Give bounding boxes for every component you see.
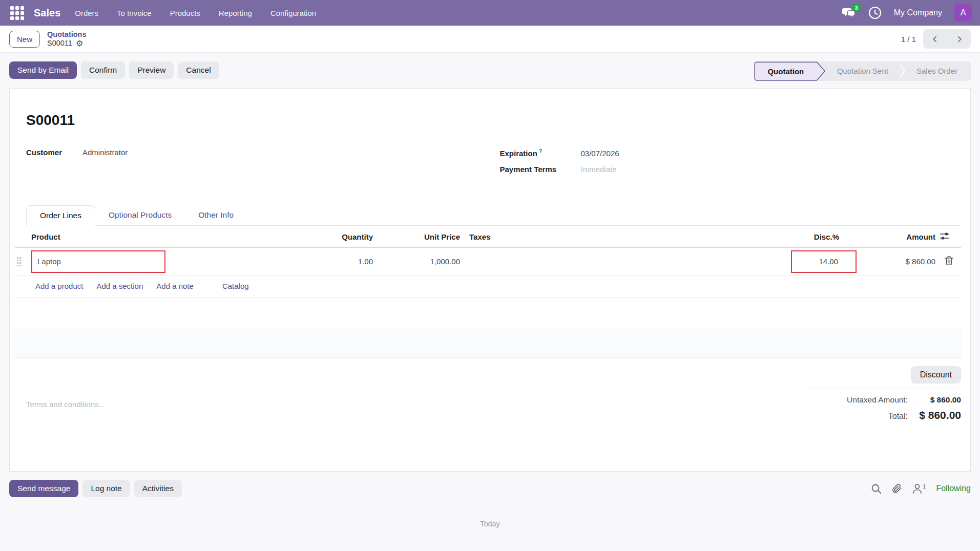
statusbar: Quotation Quotation Sent Sales Order bbox=[754, 61, 971, 81]
control-panel: New Quotations S00011 ⚙ 1 / 1 bbox=[0, 26, 980, 53]
navbar-systray: 3 My Company A bbox=[842, 4, 972, 22]
field-groups: Customer Administrator Expiration? 03/07… bbox=[26, 148, 961, 181]
log-note-button[interactable]: Log note bbox=[82, 480, 130, 497]
form-sheet: S00011 Customer Administrator Expiration… bbox=[9, 88, 971, 472]
record-pager: 1 / 1 bbox=[901, 29, 971, 49]
order-line-row: Laptop 1.00 1,000.00 14.00 $ 860.00 bbox=[15, 248, 961, 276]
send-by-email-button[interactable]: Send by Email bbox=[9, 61, 77, 79]
order-lines-footer-links: Add a product Add a section Add a note C… bbox=[15, 276, 961, 298]
col-header-discount[interactable]: Disc.% bbox=[789, 226, 859, 248]
taxes-cell[interactable] bbox=[462, 248, 789, 276]
untaxed-amount-value: $ 860.00 bbox=[917, 395, 961, 405]
nav-item-to-invoice[interactable]: To Invoice bbox=[117, 9, 152, 17]
delete-line-button[interactable] bbox=[944, 255, 954, 268]
new-button[interactable]: New bbox=[9, 31, 40, 48]
total-value: $ 860.00 bbox=[917, 409, 961, 421]
messages-button[interactable]: 3 bbox=[842, 7, 856, 19]
breadcrumb-current-record: S00011 bbox=[47, 39, 72, 48]
messages-count-badge: 3 bbox=[852, 3, 861, 12]
user-avatar[interactable]: A bbox=[954, 4, 972, 22]
pager-previous-button[interactable] bbox=[923, 29, 947, 49]
col-header-quantity[interactable]: Quantity bbox=[316, 226, 375, 248]
following-toggle[interactable]: Following bbox=[936, 484, 971, 493]
tab-other-info[interactable]: Other Info bbox=[185, 205, 247, 225]
optional-columns-button[interactable] bbox=[939, 231, 951, 243]
statusbar-step-quotation[interactable]: Quotation bbox=[754, 61, 826, 81]
expiration-label: Expiration bbox=[500, 149, 537, 158]
add-a-note-link[interactable]: Add a note bbox=[156, 282, 194, 290]
chatter: Send message Log note Activities 1 Follo… bbox=[0, 472, 980, 497]
followers-count: 1 bbox=[923, 483, 926, 490]
customer-field[interactable]: Administrator bbox=[82, 148, 128, 157]
terms-and-conditions-field[interactable]: Terms and conditions... bbox=[26, 400, 105, 409]
discount-cell-highlighted[interactable]: 14.00 bbox=[791, 250, 857, 273]
expiration-field[interactable]: 03/07/2026 bbox=[581, 149, 619, 158]
col-header-unit-price[interactable]: Unit Price bbox=[375, 226, 462, 248]
app-name[interactable]: Sales bbox=[34, 7, 60, 19]
total-label: Total: bbox=[888, 412, 908, 421]
col-header-taxes[interactable]: Taxes bbox=[462, 226, 789, 248]
expiration-help-icon[interactable]: ? bbox=[539, 148, 543, 154]
payment-terms-field[interactable]: Immediate bbox=[581, 165, 617, 174]
payment-terms-label: Payment Terms bbox=[500, 165, 581, 174]
order-lines-header: Product Quantity Unit Price Taxes Disc.%… bbox=[15, 226, 961, 248]
apps-menu-button[interactable] bbox=[8, 4, 26, 22]
drag-handle-icon[interactable] bbox=[17, 257, 27, 266]
status-row: Send by Email Confirm Preview Cancel Quo… bbox=[0, 53, 980, 88]
chevron-left-icon bbox=[932, 36, 939, 43]
search-icon bbox=[871, 483, 882, 494]
confirm-button[interactable]: Confirm bbox=[81, 61, 125, 79]
unit-price-cell[interactable]: 1,000.00 bbox=[375, 248, 462, 276]
statusbar-step-sales-order[interactable]: Sales Order bbox=[905, 61, 969, 81]
quantity-cell[interactable]: 1.00 bbox=[316, 248, 375, 276]
nav-item-reporting[interactable]: Reporting bbox=[219, 9, 252, 17]
preview-button[interactable]: Preview bbox=[129, 61, 174, 79]
col-header-amount[interactable]: Amount bbox=[859, 226, 936, 248]
paperclip-icon bbox=[892, 483, 902, 494]
totals-block: Untaxed Amount: $ 860.00 Total: $ 860.00 bbox=[807, 389, 961, 426]
followers-button[interactable]: 1 bbox=[912, 483, 926, 494]
top-navbar: Sales Orders To Invoice Products Reporti… bbox=[0, 0, 980, 26]
customer-label: Customer bbox=[26, 148, 82, 157]
col-header-product[interactable]: Product bbox=[29, 226, 316, 248]
untaxed-amount-label: Untaxed Amount: bbox=[847, 395, 908, 405]
activities-clock-button[interactable] bbox=[868, 6, 882, 19]
nav-item-products[interactable]: Products bbox=[170, 9, 200, 17]
trash-icon bbox=[945, 256, 953, 265]
catalog-link[interactable]: Catalog bbox=[222, 282, 249, 290]
actions-gear-icon[interactable]: ⚙ bbox=[76, 39, 83, 48]
activities-button[interactable]: Activities bbox=[134, 480, 182, 497]
nav-menu: Orders To Invoice Products Reporting Con… bbox=[75, 9, 316, 17]
nav-item-configuration[interactable]: Configuration bbox=[270, 9, 316, 17]
pager-next-button[interactable] bbox=[947, 29, 971, 49]
apps-grid-icon bbox=[10, 6, 24, 20]
chevron-right-icon bbox=[956, 36, 963, 43]
send-message-button[interactable]: Send message bbox=[9, 480, 78, 497]
search-messages-button[interactable] bbox=[871, 483, 882, 494]
discount-button[interactable]: Discount bbox=[911, 366, 961, 384]
amount-cell: $ 860.00 bbox=[859, 248, 936, 276]
order-lines-list: Product Quantity Unit Price Taxes Disc.%… bbox=[15, 226, 961, 358]
sheet-bottom-zone: Terms and conditions... Untaxed Amount: … bbox=[26, 389, 961, 426]
sliders-icon bbox=[940, 232, 950, 240]
add-a-product-link[interactable]: Add a product bbox=[35, 282, 83, 290]
breadcrumb-quotations-link[interactable]: Quotations bbox=[47, 30, 87, 39]
record-title: S00011 bbox=[26, 112, 961, 129]
pager-count: 1 / 1 bbox=[901, 35, 916, 44]
date-divider: Today bbox=[9, 520, 971, 528]
date-divider-label: Today bbox=[473, 520, 507, 528]
statusbar-separator-icon bbox=[900, 61, 905, 81]
attach-files-button[interactable] bbox=[892, 483, 902, 494]
cancel-button[interactable]: Cancel bbox=[178, 61, 219, 79]
notebook-tabs: Order Lines Optional Products Other Info bbox=[26, 205, 961, 226]
company-switcher[interactable]: My Company bbox=[894, 8, 942, 17]
tab-order-lines[interactable]: Order Lines bbox=[26, 205, 95, 226]
tab-optional-products[interactable]: Optional Products bbox=[95, 205, 185, 225]
empty-list-row bbox=[15, 328, 961, 358]
empty-list-row bbox=[15, 298, 961, 328]
nav-item-orders[interactable]: Orders bbox=[75, 9, 98, 17]
product-cell-highlighted[interactable]: Laptop bbox=[31, 250, 165, 273]
add-a-section-link[interactable]: Add a section bbox=[96, 282, 143, 290]
statusbar-step-quotation-sent[interactable]: Quotation Sent bbox=[826, 61, 900, 81]
followers-person-icon bbox=[912, 483, 922, 494]
